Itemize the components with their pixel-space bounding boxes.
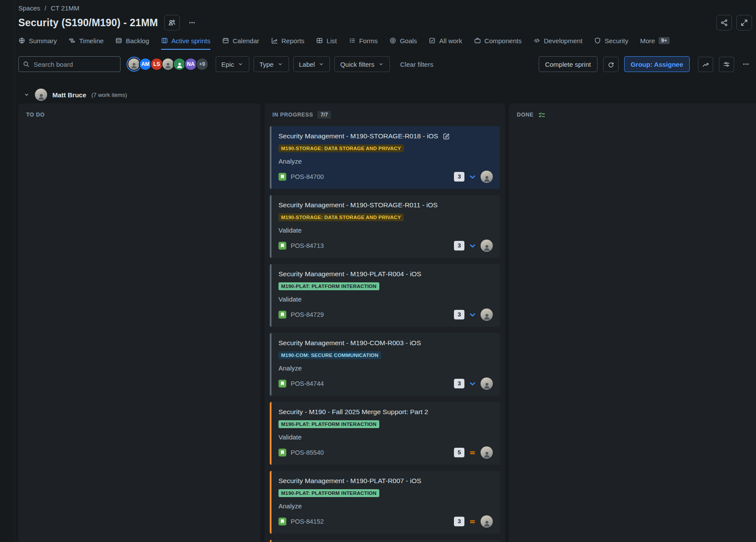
story-type-icon <box>278 173 286 181</box>
person-icon <box>37 93 45 101</box>
column-name: DONE <box>517 112 534 118</box>
clear-filters-button[interactable]: Clear filters <box>398 60 436 69</box>
tab-more[interactable]: More 9+ <box>640 34 670 50</box>
breadcrumb-separator: / <box>45 4 46 12</box>
tab-reports[interactable]: Reports <box>271 34 305 50</box>
card-status: Validate <box>278 295 493 303</box>
title-more-button[interactable] <box>186 17 198 29</box>
components-icon <box>474 37 481 44</box>
estimate-badge: 3 <box>454 517 464 526</box>
fullscreen-button[interactable] <box>736 15 752 31</box>
board-card[interactable]: Security Management - M190-STORAGE-R011 … <box>270 195 500 258</box>
epic-label-chip: M190-PLAT: PLATFORM INTERACTION <box>278 282 379 290</box>
collapse-group-chevron-icon[interactable] <box>24 92 30 98</box>
filter-bar: AMLSNA+9 Epic Type Label Quick filters C… <box>18 56 752 72</box>
person-icon <box>483 244 491 252</box>
card-status: Analyze <box>278 364 493 372</box>
insights-button[interactable] <box>698 57 713 72</box>
priority-medium-icon <box>469 449 476 456</box>
tab-development[interactable]: Development <box>533 34 582 50</box>
card-accent-bar <box>270 264 271 327</box>
development-icon <box>533 37 540 44</box>
tab-list[interactable]: List <box>316 34 337 50</box>
estimate-badge: 3 <box>454 172 464 182</box>
estimate-badge: 5 <box>454 448 464 457</box>
share-button[interactable] <box>716 15 732 31</box>
feedback-loop-button[interactable] <box>603 57 619 72</box>
tab-forms[interactable]: Forms <box>349 34 378 50</box>
card-key: POS-84713 <box>291 242 324 249</box>
board-card[interactable]: Security Management - M190-PLAT-R007 - i… <box>270 471 500 534</box>
column-name: TO DO <box>26 112 45 118</box>
avatar-9[interactable]: +9 <box>196 58 209 71</box>
tab-security[interactable]: Security <box>594 34 628 50</box>
column-in-progress-cards: Security Management - M190-STORAGE-R018 … <box>270 126 500 542</box>
assignee-avatar[interactable] <box>481 515 493 528</box>
assignee-group-header: Matt Bruce (7 work items) <box>18 89 752 101</box>
board-card[interactable]: Security Management - M190-PLAT-R004 - i… <box>270 264 500 327</box>
card-title: Security Management - M190-COM-R003 - iO… <box>278 339 421 347</box>
tab-all-work[interactable]: All work <box>429 34 462 50</box>
ellipsis-icon <box>742 61 749 68</box>
group-by-assignee-button[interactable]: Group: Assignee <box>624 56 690 72</box>
assignee-avatar[interactable] <box>481 171 493 183</box>
list-icon <box>316 37 323 44</box>
tab-bar: Summary Timeline Backlog Active sprints … <box>18 34 752 49</box>
column-name: IN PROGRESS <box>272 112 313 118</box>
card-key: POS-85540 <box>291 449 324 456</box>
edit-icon[interactable] <box>443 133 450 140</box>
breadcrumb-link-project[interactable]: CT 21MM <box>51 4 79 12</box>
board-card[interactable] <box>270 540 500 542</box>
card-accent-bar <box>270 471 271 534</box>
view-settings-button[interactable] <box>719 57 734 72</box>
person-icon <box>483 175 491 183</box>
board-card[interactable]: Security Management - M190-STORAGE-R018 … <box>270 126 500 189</box>
story-type-icon <box>278 449 286 456</box>
column-count-badge: 7/7 <box>317 111 331 119</box>
assignee-avatar[interactable] <box>481 309 493 321</box>
type-filter-dropdown[interactable]: Type <box>254 56 289 72</box>
board-card[interactable]: Security Management - M190-COM-R003 - iO… <box>270 333 500 396</box>
breadcrumb-link-spaces[interactable]: Spaces <box>18 4 40 12</box>
story-type-icon <box>278 518 286 525</box>
search-input[interactable] <box>18 56 120 72</box>
assignee-avatar[interactable] <box>481 377 493 390</box>
search-box <box>18 56 120 72</box>
chevron-down-icon <box>318 61 324 67</box>
column-todo: TO DO <box>18 103 261 542</box>
card-key: POS-84729 <box>291 311 324 318</box>
label-filter-dropdown[interactable]: Label <box>293 56 330 72</box>
card-accent-bar <box>270 402 271 465</box>
calendar-icon <box>222 37 229 44</box>
tab-active-sprints[interactable]: Active sprints <box>161 34 210 50</box>
chevron-down-icon <box>277 61 283 67</box>
card-key: POS-84744 <box>291 380 324 387</box>
tab-backlog[interactable]: Backlog <box>115 34 149 50</box>
tab-timeline[interactable]: Timeline <box>69 34 103 50</box>
card-key: POS-84700 <box>291 173 324 180</box>
column-in-progress-header: IN PROGRESS 7/7 <box>270 108 500 122</box>
quick-filters-filter-dropdown[interactable]: Quick filters <box>334 56 389 72</box>
story-type-icon <box>278 311 286 319</box>
board-card[interactable]: Security - M190 - Fall 2025 Merge Suppor… <box>270 402 500 465</box>
assignee-avatar[interactable] <box>481 446 493 459</box>
breadcrumb: Spaces / CT 21MM <box>18 3 752 12</box>
person-icon <box>176 62 183 69</box>
tab-calendar[interactable]: Calendar <box>222 34 259 50</box>
title-right-actions <box>716 15 752 31</box>
estimate-badge: 3 <box>454 379 464 388</box>
epic-filter-dropdown[interactable]: Epic <box>216 56 249 72</box>
assignee-avatar[interactable] <box>481 240 493 252</box>
tab-components[interactable]: Components <box>474 34 522 50</box>
estimate-badge: 3 <box>454 241 464 250</box>
complete-sprint-button[interactable]: Complete sprint <box>539 56 598 72</box>
globe-icon <box>18 37 25 44</box>
toolbar-more-button[interactable] <box>740 58 752 70</box>
more-tabs-count-badge: 9+ <box>659 37 670 44</box>
card-title: Security Management - M190-PLAT-R007 - i… <box>278 477 421 485</box>
epic-label-chip: M190-STORAGE: DATA STORAGE AND PRIVACY <box>278 144 404 152</box>
allwork-icon <box>429 37 436 44</box>
tab-summary[interactable]: Summary <box>18 34 57 50</box>
tab-goals[interactable]: Goals <box>389 34 417 50</box>
share-with-team-button[interactable] <box>164 15 180 31</box>
